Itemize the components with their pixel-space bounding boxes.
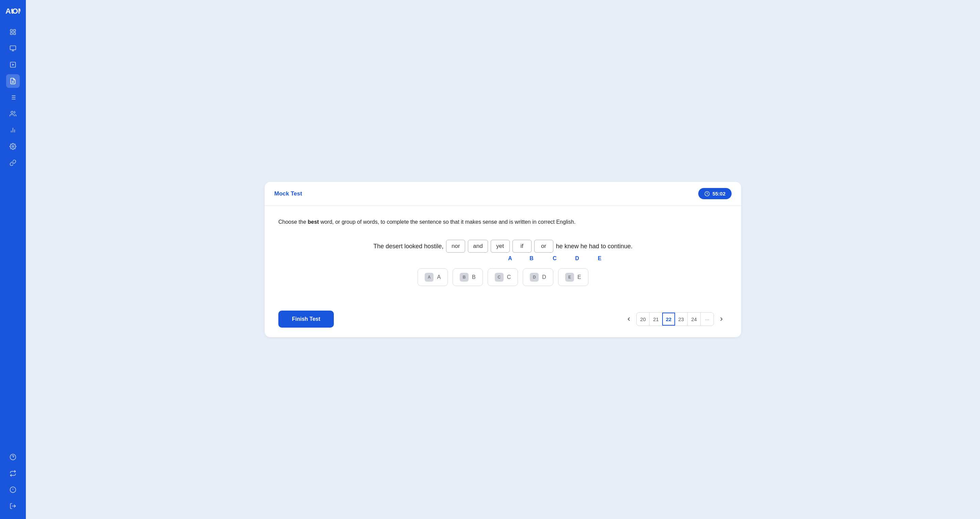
sidebar-item-info[interactable]	[6, 483, 20, 497]
badge-a: A	[425, 273, 434, 282]
test-header: Mock Test 55:02	[265, 182, 741, 206]
answer-text-e: E	[578, 274, 581, 280]
svg-marker-10	[12, 64, 14, 66]
sidebar-item-list[interactable]	[6, 91, 20, 104]
sidebar-item-settings[interactable]	[6, 140, 20, 153]
word-box-nor: nor	[446, 240, 465, 253]
svg-rect-6	[10, 46, 16, 50]
answer-text-d: D	[542, 274, 546, 280]
label-e: E	[588, 256, 611, 262]
sidebar-item-logout[interactable]	[6, 499, 20, 513]
sidebar: At OM	[0, 0, 26, 519]
page-22[interactable]: 22	[662, 313, 675, 326]
svg-text:OM: OM	[12, 7, 21, 15]
next-page-button[interactable]	[715, 313, 727, 325]
timer-value: 55:02	[713, 191, 725, 196]
finish-test-button[interactable]: Finish Test	[278, 311, 334, 327]
svg-rect-5	[14, 33, 16, 35]
answer-btn-e[interactable]: E E	[558, 268, 588, 286]
svg-rect-3	[14, 30, 16, 32]
answer-text-c: C	[507, 274, 511, 280]
timer-badge: 55:02	[698, 188, 732, 199]
sidebar-item-swap[interactable]	[6, 466, 20, 480]
svg-point-23	[12, 146, 14, 147]
question-instruction: Choose the best word, or group of words,…	[278, 218, 727, 226]
badge-c: C	[495, 273, 504, 282]
label-d: D	[566, 256, 588, 262]
question-sentence: The desert looked hostile, nor and yet i…	[278, 240, 727, 253]
badge-e: E	[565, 273, 574, 282]
prev-page-button[interactable]	[623, 313, 635, 325]
word-box-if: if	[512, 240, 531, 253]
test-title: Mock Test	[274, 190, 302, 197]
answer-btn-c[interactable]: C C	[488, 268, 518, 286]
test-card: Mock Test 55:02 Choose the best word, or…	[265, 182, 741, 337]
badge-d: D	[530, 273, 539, 282]
clock-icon	[705, 191, 710, 196]
svg-rect-2	[11, 30, 13, 32]
sidebar-item-document[interactable]	[6, 74, 20, 88]
answer-btn-d[interactable]: D D	[523, 268, 553, 286]
sidebar-item-chart[interactable]	[6, 123, 20, 137]
svg-point-19	[11, 111, 13, 114]
answer-options: A A B B C C D D E E	[278, 268, 727, 286]
question-footer: Finish Test 20 21 22 23 24 ···	[265, 311, 741, 337]
main-content: Mock Test 55:02 Choose the best word, or…	[26, 0, 980, 519]
page-21[interactable]: 21	[649, 313, 662, 326]
page-dots: ···	[701, 313, 714, 326]
sentence-start: The desert looked hostile,	[373, 243, 443, 250]
label-b: B	[520, 256, 543, 262]
pagination: 20 21 22 23 24 ···	[623, 312, 727, 326]
sidebar-item-link[interactable]	[6, 156, 20, 169]
answer-btn-b[interactable]: B B	[453, 268, 483, 286]
page-numbers: 20 21 22 23 24 ···	[636, 312, 714, 326]
label-c: C	[543, 256, 566, 262]
instruction-suffix: word, or group of words, to complete the…	[319, 219, 576, 225]
answer-btn-a[interactable]: A A	[417, 268, 448, 286]
question-area: Choose the best word, or group of words,…	[265, 206, 741, 311]
page-24[interactable]: 24	[688, 313, 701, 326]
answer-text-b: B	[472, 274, 476, 280]
answer-labels-row: A B C D E	[278, 256, 727, 262]
svg-rect-4	[11, 33, 13, 35]
word-box-yet: yet	[491, 240, 510, 253]
app-logo: At OM	[5, 5, 21, 16]
page-23[interactable]: 23	[675, 313, 688, 326]
sidebar-item-monitor[interactable]	[6, 42, 20, 55]
badge-b: B	[460, 273, 469, 282]
page-20[interactable]: 20	[637, 313, 649, 326]
sidebar-item-users[interactable]	[6, 107, 20, 121]
label-a: A	[501, 256, 520, 262]
instruction-prefix: Choose the	[278, 219, 308, 225]
sidebar-item-help[interactable]	[6, 450, 20, 464]
instruction-bold: best	[308, 219, 319, 225]
answer-text-a: A	[437, 274, 441, 280]
sidebar-item-play[interactable]	[6, 58, 20, 72]
sentence-end: he knew he had to continue.	[556, 243, 633, 250]
word-box-and: and	[468, 240, 488, 253]
word-box-or: or	[534, 240, 553, 253]
sidebar-item-grid[interactable]	[6, 25, 20, 39]
